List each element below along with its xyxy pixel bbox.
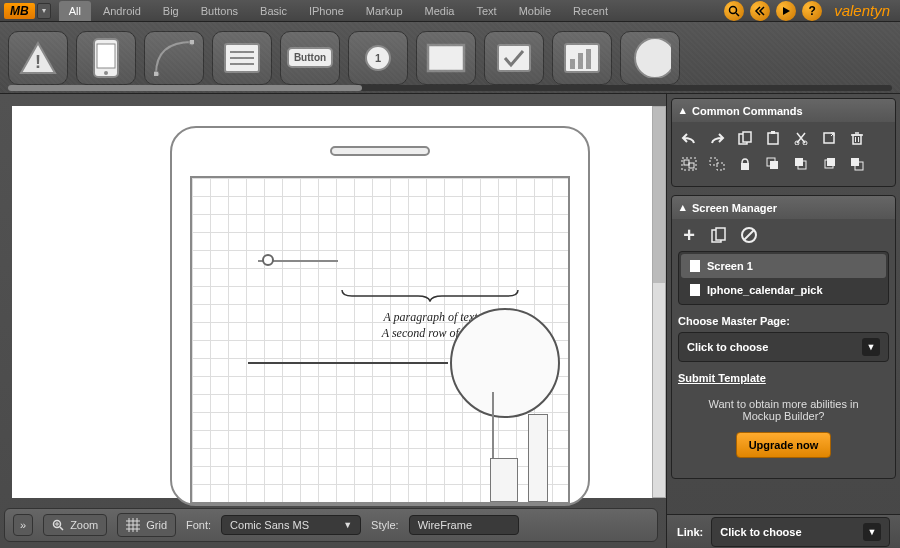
tab-recent[interactable]: Recent	[563, 1, 618, 21]
screen-item-1[interactable]: Screen 1	[681, 254, 886, 278]
canvas-paper[interactable]: A paragraph of text. A second row of tex…	[12, 106, 656, 498]
svg-rect-42	[741, 163, 749, 170]
svg-rect-39	[689, 163, 694, 168]
screen-list: Screen 1 Iphone_calendar_pick	[678, 251, 889, 305]
zoom-button[interactable]: Zoom	[43, 514, 107, 536]
page-icon	[689, 259, 701, 273]
font-label: Font:	[186, 519, 211, 531]
backward-icon[interactable]	[846, 154, 868, 174]
tab-media[interactable]: Media	[415, 1, 465, 21]
tab-basic[interactable]: Basic	[250, 1, 297, 21]
svg-rect-26	[743, 132, 751, 142]
widget-slider[interactable]	[258, 256, 338, 266]
canvas-vscrollbar[interactable]	[652, 106, 666, 498]
bring-front-icon[interactable]	[762, 154, 784, 174]
tab-mobile[interactable]: Mobile	[509, 1, 561, 21]
svg-point-7	[104, 71, 108, 75]
send-back-icon[interactable]	[790, 154, 812, 174]
stencil-scrollbar[interactable]	[8, 85, 892, 91]
tab-all[interactable]: All	[59, 1, 91, 21]
expand-button[interactable]: »	[13, 514, 33, 536]
group-icon[interactable]	[678, 154, 700, 174]
share-icon[interactable]	[750, 1, 770, 21]
svg-point-0	[730, 6, 737, 13]
screen-manager-header[interactable]: ▴ Screen Manager	[672, 196, 895, 219]
stencil-rect[interactable]	[416, 31, 476, 85]
svg-rect-28	[771, 131, 775, 134]
stencil-alert[interactable]: !	[8, 31, 68, 85]
svg-marker-2	[783, 7, 790, 15]
screen-item-2[interactable]: Iphone_calendar_pick	[681, 278, 886, 302]
svg-rect-45	[795, 158, 803, 166]
search-icon[interactable]	[724, 1, 744, 21]
play-icon[interactable]	[776, 1, 796, 21]
grid-button[interactable]: Grid	[117, 513, 176, 537]
device-frame[interactable]: A paragraph of text. A second row of tex…	[170, 126, 590, 506]
logo-dropdown[interactable]: ▾	[37, 3, 51, 19]
tab-big[interactable]: Big	[153, 1, 189, 21]
style-select[interactable]: WireFrame	[409, 515, 519, 535]
choose-master-select[interactable]: Click to choose ▼	[678, 332, 889, 362]
upgrade-box: Want to obtain more abilities in Mockup …	[678, 384, 889, 472]
widget-circle[interactable]	[450, 308, 560, 418]
chevron-down-icon: ▼	[862, 338, 880, 356]
tab-markup[interactable]: Markup	[356, 1, 413, 21]
svg-line-1	[736, 13, 739, 16]
help-icon[interactable]: ?	[802, 1, 822, 21]
font-select[interactable]: Comic Sans MS▼	[221, 515, 361, 535]
widget-hr[interactable]	[248, 362, 448, 364]
common-commands-header[interactable]: ▴ Common Commands	[672, 99, 895, 122]
choose-master-label: Choose Master Page:	[678, 315, 889, 327]
svg-rect-14	[428, 45, 464, 71]
cut-icon[interactable]	[790, 128, 812, 148]
stencil-chart[interactable]	[552, 31, 612, 85]
widget-box-small[interactable]	[490, 458, 518, 502]
widget-brace[interactable]	[340, 288, 520, 304]
stencil-badge[interactable]: 1	[348, 31, 408, 85]
duplicate-icon[interactable]	[818, 128, 840, 148]
stencil-button[interactable]: Button	[280, 31, 340, 85]
svg-rect-27	[768, 133, 778, 144]
svg-rect-17	[570, 59, 575, 69]
username-label[interactable]: valentyn	[834, 2, 890, 19]
add-screen-icon[interactable]: +	[678, 225, 700, 245]
redo-icon[interactable]	[706, 128, 728, 148]
svg-text:!: !	[35, 52, 41, 72]
collapse-icon: ▴	[680, 104, 686, 117]
right-panel: ▴ Common Commands	[666, 94, 900, 548]
tab-iphone[interactable]: IPhone	[299, 1, 354, 21]
stencil-checkbox[interactable]	[484, 31, 544, 85]
top-menu-bar: MB ▾ All Android Big Buttons Basic IPhon…	[0, 0, 900, 22]
canvas-area: A paragraph of text. A second row of tex…	[0, 94, 666, 548]
stencil-curve[interactable]	[144, 31, 204, 85]
svg-rect-56	[690, 284, 700, 296]
svg-point-9	[189, 40, 194, 45]
link-select[interactable]: Click to choose ▼	[711, 517, 890, 547]
common-commands-panel: ▴ Common Commands	[671, 98, 896, 187]
delete-screen-icon[interactable]	[738, 225, 760, 245]
tab-buttons[interactable]: Buttons	[191, 1, 248, 21]
stencil-circle[interactable]	[620, 31, 680, 85]
svg-line-22	[60, 527, 63, 530]
tab-android[interactable]: Android	[93, 1, 151, 21]
stencil-list[interactable]	[212, 31, 272, 85]
tab-text[interactable]: Text	[466, 1, 506, 21]
undo-icon[interactable]	[678, 128, 700, 148]
stencil-phone[interactable]	[76, 31, 136, 85]
svg-rect-19	[586, 49, 591, 69]
ungroup-icon[interactable]	[706, 154, 728, 174]
upgrade-button[interactable]: Upgrade now	[736, 432, 832, 458]
style-label: Style:	[371, 519, 399, 531]
svg-rect-43	[770, 161, 778, 169]
forward-icon[interactable]	[818, 154, 840, 174]
submit-template-link[interactable]: Submit Template	[678, 372, 766, 384]
app-logo[interactable]: MB	[4, 3, 35, 19]
paste-icon[interactable]	[762, 128, 784, 148]
svg-rect-6	[97, 44, 115, 68]
copy-icon[interactable]	[734, 128, 756, 148]
duplicate-screen-icon[interactable]	[708, 225, 730, 245]
widget-box-tall[interactable]	[528, 414, 548, 502]
delete-icon[interactable]	[846, 128, 868, 148]
device-screen-grid[interactable]: A paragraph of text. A second row of tex…	[190, 176, 570, 504]
lock-icon[interactable]	[734, 154, 756, 174]
